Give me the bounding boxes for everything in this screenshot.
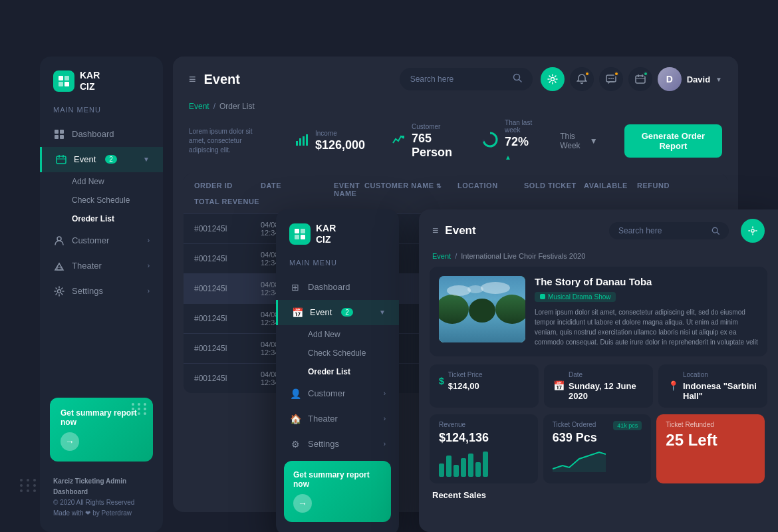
income-icon — [295, 133, 309, 150]
th-revenue: Total Revenue — [194, 198, 261, 205]
overlay-nav-customer[interactable]: 👤 Customer › — [276, 381, 399, 406]
event-badge: 2 — [105, 155, 117, 164]
overlay-event-badge: 2 — [341, 308, 353, 317]
svg-rect-8 — [57, 156, 66, 164]
week-selector[interactable]: This Week ▼ — [560, 132, 598, 150]
trend-arrow: ▲ — [505, 154, 511, 161]
svg-rect-28 — [303, 136, 305, 146]
user-name: David — [687, 74, 710, 84]
overlay-theater-icon: 🏠 — [289, 413, 301, 425]
overlay-summary-text: Get summary report now — [293, 470, 382, 489]
overlay-logo-text: KARCIZ — [316, 223, 336, 245]
svg-point-19 — [608, 78, 610, 79]
overlay-event-label: Event — [310, 307, 332, 317]
date-item: 📅 Date Sunday, 12 June 2020 — [544, 364, 653, 408]
svg-point-42 — [469, 299, 495, 323]
overlay-subnav-add-new[interactable]: Add New — [308, 325, 399, 344]
breadcrumb: Event / Order List — [173, 102, 738, 119]
svg-point-20 — [610, 78, 612, 79]
panel2-hamburger[interactable]: ≡ — [432, 225, 438, 237]
svg-rect-6 — [55, 135, 59, 139]
overlay-nav-theater[interactable]: 🏠 Theater › — [276, 406, 399, 432]
svg-rect-32 — [295, 235, 299, 239]
svg-line-35 — [717, 232, 719, 234]
overlay-customer-label: Customer — [308, 388, 345, 398]
recent-sales-label: Recent Sales — [419, 490, 778, 504]
sidebar-item-dashboard[interactable]: Dashboard — [40, 122, 163, 147]
svg-rect-26 — [296, 141, 298, 146]
ticket-price-label: Ticket Price — [448, 371, 483, 378]
overlay-summary-btn[interactable]: → — [293, 494, 312, 513]
ticket-ordered-value: 639 Pcs — [553, 431, 597, 445]
location-value: Indonesa "Sarbini Hall" — [683, 381, 758, 401]
generate-report-btn[interactable]: Generate Order Report — [624, 124, 722, 158]
svg-rect-27 — [299, 138, 301, 146]
event-image — [439, 276, 525, 342]
overlay-sub-nav: Add New Check Schedule Oreder List — [276, 325, 399, 381]
sidebar-item-customer[interactable]: Customer › — [40, 228, 163, 253]
svg-point-21 — [612, 78, 614, 79]
summary-card-btn[interactable]: → — [61, 432, 79, 451]
calendar-dot — [643, 71, 648, 76]
th-date: Date — [261, 182, 334, 198]
footer-copyright: © 2020 All Rights Reserved — [53, 497, 150, 508]
subnav-order-list[interactable]: Oreder List — [72, 209, 163, 228]
overlay-summary-card[interactable]: Get summary report now → — [284, 461, 391, 522]
overlay-subnav-order-list[interactable]: Oreder List — [308, 362, 399, 381]
ticket-refunded-label: Ticket Refunded — [666, 421, 755, 428]
hamburger-icon[interactable]: ≡ — [189, 72, 196, 86]
calendar-btn[interactable] — [628, 67, 652, 91]
th-refund: Refund — [637, 182, 717, 198]
ticket-price-value: $124,00 — [448, 381, 483, 391]
summary-card[interactable]: Get summary report now → — [50, 398, 153, 462]
ticket-ordered-card: Ticket Ordered 639 Pcs 41k pcs — [543, 414, 652, 483]
search-input[interactable] — [410, 74, 507, 84]
panel2-breadcrumb-parent[interactable]: Event — [432, 252, 451, 260]
sidebar-item-settings[interactable]: Settings › — [40, 279, 163, 304]
theater-icon — [53, 260, 65, 272]
panel2-settings-btn[interactable] — [741, 219, 765, 243]
event-description: Lorem ipsum dolor sit amet, consectetur … — [535, 307, 758, 347]
th-order-id: Order ID — [194, 182, 261, 198]
revenue-label: Revenue — [439, 421, 529, 428]
overlay-nav-dashboard[interactable]: ⊞ Dashboard — [276, 275, 399, 300]
panel2-search-icon — [712, 226, 719, 235]
avatar-placeholder: D — [658, 67, 682, 91]
chat-btn[interactable] — [599, 67, 623, 91]
stat-income: Income $126,000 — [295, 130, 365, 152]
overlay-subnav-check-schedule[interactable]: Check Schedule — [308, 344, 399, 362]
svg-point-45 — [467, 285, 483, 293]
svg-point-43 — [447, 285, 471, 296]
customer-value: 765 Person — [412, 132, 455, 160]
overlay-nav-settings[interactable]: ⚙ Settings › — [276, 432, 399, 457]
header-icons: D David ▼ — [541, 67, 722, 91]
breadcrumb-parent[interactable]: Event — [189, 102, 209, 111]
footer-brand: Karciz Ticketing Admin Dashboard — [53, 476, 150, 497]
ticket-badge: 41k pcs — [613, 421, 642, 430]
panel2-breadcrumb: Event / International Live Choir Festiva… — [419, 252, 778, 267]
notification-btn[interactable] — [570, 67, 594, 91]
sidebar-item-label-customer: Customer — [72, 235, 109, 245]
overlay-nav-event[interactable]: 📅 Event 2 ▼ — [276, 300, 399, 325]
user-avatar[interactable]: D — [658, 67, 682, 91]
panel2-search-input[interactable] — [618, 226, 706, 235]
revenue-value: $124,136 — [439, 431, 529, 445]
ticket-line-chart — [553, 449, 606, 472]
subnav-check-schedule[interactable]: Check Schedule — [72, 191, 163, 209]
sidebar-item-event[interactable]: Event 2 ▼ — [40, 147, 163, 172]
settings-btn[interactable] — [541, 67, 565, 91]
svg-rect-29 — [306, 134, 308, 146]
settings-icon — [53, 285, 65, 297]
user-dropdown-arrow[interactable]: ▼ — [715, 76, 722, 83]
stat-description: Lorem ipsum dolor sit amet, consectetur … — [189, 127, 269, 155]
subnav-add-new[interactable]: Add New — [72, 172, 163, 191]
summary-card-text: Get summary report now — [61, 408, 142, 427]
customer-stat-icon — [392, 133, 405, 150]
overlay-dashboard-icon: ⊞ — [289, 281, 301, 293]
svg-rect-0 — [59, 76, 63, 80]
logo-text: KARCIZ — [80, 70, 100, 92]
overlay-event-detail: ≡ Event Event / International Live Choir… — [419, 209, 778, 532]
sidebar-item-theater[interactable]: Theater › — [40, 253, 163, 279]
event-tag: Musical Drama Show — [535, 292, 616, 302]
notification-dot — [584, 71, 590, 76]
